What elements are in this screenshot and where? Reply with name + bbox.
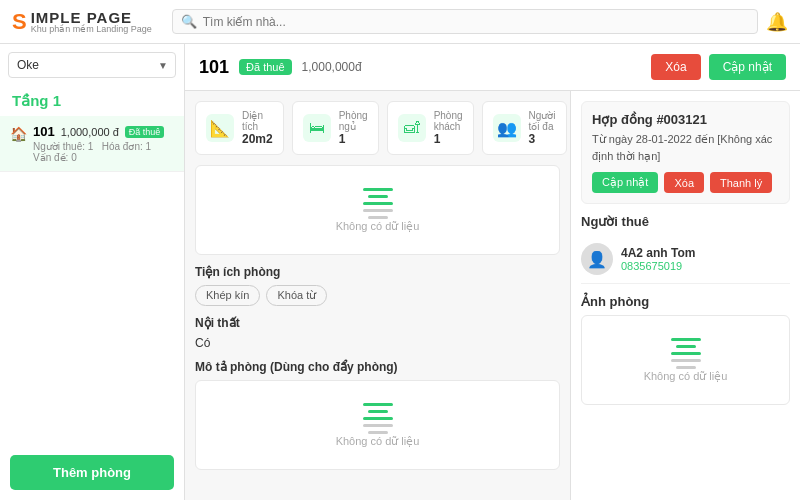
sidebar: Oke Tầng 1 🏠 101 1,000,000 đ Đã thuê Ngư… [0, 44, 185, 500]
description-section-title: Mô tả phòng (Dùng cho đẩy phòng) [195, 360, 560, 374]
room-status-badge: Đã thuê [125, 126, 165, 138]
two-col-layout: 📐 Diện tích 20m2 🛏 Phòng ngủ 1 [185, 91, 800, 500]
logo-s-icon: S [12, 9, 27, 35]
bedroom-label: Phòng ngủ [339, 110, 368, 132]
tenant-section: Người thuê 👤 4A2 anh Tom 0835675019 [581, 214, 790, 284]
contract-delete-button[interactable]: Xóa [664, 172, 704, 193]
contract-box: Hợp đồng #003121 Từ ngày 28-01-2022 đến … [581, 101, 790, 204]
tenant-phone: 0835675019 [621, 260, 695, 272]
room-update-button[interactable]: Cập nhật [709, 54, 786, 80]
description-placeholder-text: Không có dữ liệu [336, 435, 420, 448]
living-value: 1 [434, 132, 463, 146]
contract-title: Hợp đồng #003121 [592, 112, 779, 127]
stat-living: 🛋 Phòng khách 1 [387, 101, 474, 155]
logo-sub-text: Khu phần mềm Landing Page [31, 25, 152, 34]
content-area: 101 Đã thuê 1,000,000đ Xóa Cập nhật 📐 Di… [185, 44, 800, 500]
max-people-label: Người tối đa [529, 110, 556, 132]
room-delete-button[interactable]: Xóa [651, 54, 700, 80]
room-price: 1,000,000 đ [61, 126, 119, 138]
stat-bedroom: 🛏 Phòng ngủ 1 [292, 101, 379, 155]
furniture-section-title: Nội thất [195, 316, 560, 330]
amenity-tag-0[interactable]: Khép kín [195, 285, 260, 306]
building-select[interactable]: Oke [8, 52, 176, 78]
search-icon: 🔍 [181, 14, 197, 29]
stats-row: 📐 Diện tích 20m2 🛏 Phòng ngủ 1 [195, 101, 560, 155]
room-header: 101 Đã thuê 1,000,000đ Xóa Cập nhật [185, 44, 800, 91]
room-list-item[interactable]: 🏠 101 1,000,000 đ Đã thuê Người thuê: 1 … [0, 116, 184, 172]
area-value: 20m2 [242, 132, 273, 146]
contract-date: Từ ngày 28-01-2022 đến [Không xác định t… [592, 131, 779, 164]
photos-placeholder: Không có dữ liệu [581, 315, 790, 405]
area-icon: 📐 [206, 114, 234, 142]
photos-section: Ảnh phòng Không có dữ liệu [581, 294, 790, 405]
tenant-name: 4A2 anh Tom [621, 246, 695, 260]
contract-settle-button[interactable]: Thanh lý [710, 172, 772, 193]
search-box[interactable]: 🔍 [172, 9, 758, 34]
bell-icon[interactable]: 🔔 [766, 11, 788, 33]
room-number: 101 [33, 124, 55, 139]
amenities-section-title: Tiện ích phòng [195, 265, 560, 279]
room-info: 101 1,000,000 đ Đã thuê Người thuê: 1 Hó… [33, 124, 174, 163]
search-input[interactable] [203, 15, 749, 29]
room-icon: 🏠 [10, 126, 27, 142]
bedroom-icon: 🛏 [303, 114, 331, 142]
photos-placeholder-text: Không có dữ liệu [644, 370, 728, 383]
room-image-placeholder-text: Không có dữ liệu [336, 220, 420, 233]
living-icon: 🛋 [398, 114, 426, 142]
furniture-value-text: Có [195, 336, 560, 350]
contract-update-button[interactable]: Cập nhật [592, 172, 658, 193]
desc-placeholder-doc-icon [363, 402, 393, 435]
room-image-placeholder: Không có dữ liệu [195, 165, 560, 255]
amenity-tag-1[interactable]: Khóa từ [266, 285, 327, 306]
tenant-info: 4A2 anh Tom 0835675019 [621, 246, 695, 272]
building-select-wrapper: Oke [8, 52, 176, 78]
photos-section-title: Ảnh phòng [581, 294, 790, 309]
description-placeholder: Không có dữ liệu [195, 380, 560, 470]
bedroom-value: 1 [339, 132, 368, 146]
left-column: 📐 Diện tích 20m2 🛏 Phòng ngủ 1 [185, 91, 570, 500]
people-icon: 👥 [493, 114, 521, 142]
floor-title: Tầng 1 [0, 86, 184, 116]
room-detail-text: Người thuê: 1 Hóa đơn: 1 Vấn đề: 0 [33, 141, 174, 163]
tenant-avatar: 👤 [581, 243, 613, 275]
tenant-section-title: Người thuê [581, 214, 790, 229]
right-column: Hợp đồng #003121 Từ ngày 28-01-2022 đến … [570, 91, 800, 500]
room-header-actions: Xóa Cập nhật [651, 54, 786, 80]
header: S IMPLE PAGE Khu phần mềm Landing Page 🔍… [0, 0, 800, 44]
main-layout: Oke Tầng 1 🏠 101 1,000,000 đ Đã thuê Ngư… [0, 44, 800, 500]
logo: S IMPLE PAGE Khu phần mềm Landing Page [12, 9, 152, 35]
amenities-tags: Khép kín Khóa từ [195, 285, 560, 306]
photos-placeholder-doc-icon [671, 337, 701, 370]
room-header-price: 1,000,000đ [302, 60, 362, 74]
area-label: Diện tích [242, 110, 273, 132]
stat-max-people: 👥 Người tối đa 3 [482, 101, 567, 155]
logo-main-text: IMPLE PAGE [31, 10, 152, 25]
stat-area: 📐 Diện tích 20m2 [195, 101, 284, 155]
add-room-button[interactable]: Thêm phòng [10, 455, 174, 490]
contract-actions: Cập nhật Xóa Thanh lý [592, 172, 779, 193]
living-label: Phòng khách [434, 110, 463, 132]
tenant-item: 👤 4A2 anh Tom 0835675019 [581, 235, 790, 284]
max-people-value: 3 [529, 132, 556, 146]
room-header-number: 101 [199, 57, 229, 78]
placeholder-doc-icon [363, 187, 393, 220]
room-header-status-badge: Đã thuê [239, 59, 292, 75]
